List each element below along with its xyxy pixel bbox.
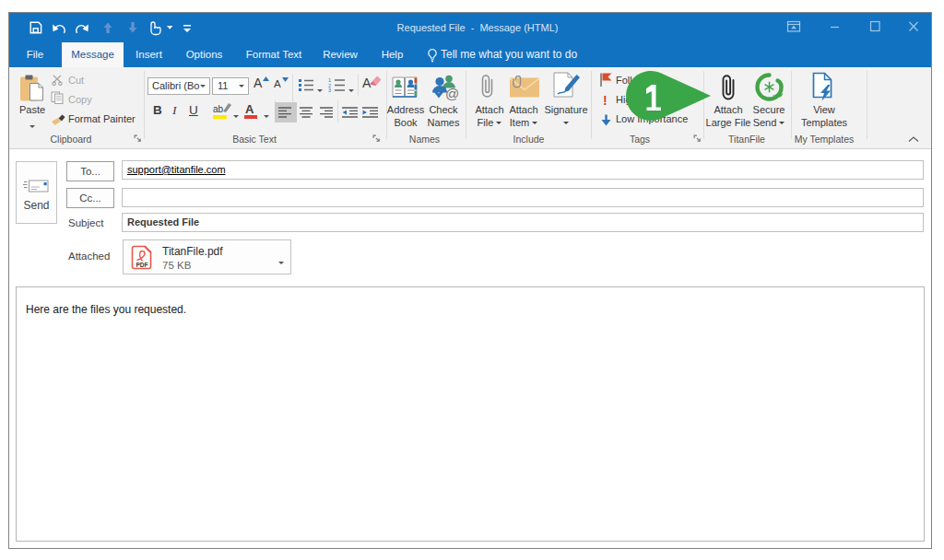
svg-text:3: 3: [328, 88, 331, 92]
svg-text:@: @: [445, 86, 459, 101]
svg-text:PDF: PDF: [136, 262, 148, 268]
